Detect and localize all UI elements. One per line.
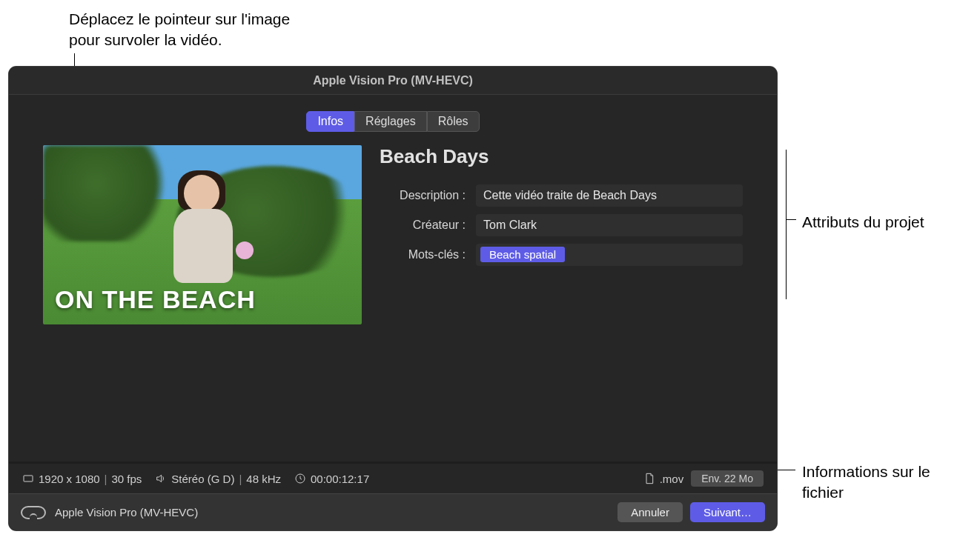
status-extension: .mov xyxy=(660,473,684,485)
callout-line xyxy=(786,219,796,220)
tab-info[interactable]: Infos xyxy=(306,111,354,132)
separator: | xyxy=(105,473,107,485)
status-sample-rate: 48 kHz xyxy=(246,473,281,485)
speaker-icon xyxy=(155,473,167,484)
content-area: Infos Réglages Rôles ON THE BEACH Beach … xyxy=(9,95,777,461)
tab-settings[interactable]: Réglages xyxy=(354,111,427,132)
input-creator[interactable]: Tom Clark xyxy=(476,214,743,236)
project-attributes: Beach Days Description : Cette vidéo tra… xyxy=(380,145,743,324)
status-audio: Stéréo (G D) xyxy=(171,473,234,485)
cancel-button[interactable]: Annuler xyxy=(618,502,683,522)
tab-roles[interactable]: Rôles xyxy=(427,111,480,132)
project-title: Beach Days xyxy=(380,145,743,168)
label-creator: Créateur : xyxy=(380,219,476,232)
status-fps: 30 fps xyxy=(111,473,142,485)
status-resolution: 1920 x 1080 xyxy=(39,473,100,485)
clock-icon xyxy=(294,473,306,484)
callout-attributes: Attributs du projet xyxy=(802,212,973,233)
video-thumbnail[interactable]: ON THE BEACH xyxy=(43,145,362,324)
input-keywords[interactable]: Beach spatial xyxy=(476,244,743,266)
footer-preset-label: Apple Vision Pro (MV-HEVC) xyxy=(55,506,198,519)
attr-row-keywords: Mots-clés : Beach spatial xyxy=(380,244,743,266)
window-title: Apple Vision Pro (MV-HEVC) xyxy=(9,67,777,95)
vision-pro-icon xyxy=(21,506,46,519)
callout-line xyxy=(786,150,787,299)
label-description: Description : xyxy=(380,189,476,202)
status-bar: 1920 x 1080 | 30 fps Stéréo (G D) | 48 k… xyxy=(9,464,777,493)
export-window: Apple Vision Pro (MV-HEVC) Infos Réglage… xyxy=(9,67,777,530)
thumbnail-overlay-text: ON THE BEACH xyxy=(55,285,256,314)
keyword-token[interactable]: Beach spatial xyxy=(480,247,565,262)
callout-file-info: Informations sur le fichier xyxy=(802,461,973,504)
status-duration: 00:00:12:17 xyxy=(311,473,369,485)
thumbnail-decor xyxy=(236,241,254,259)
input-description[interactable]: Cette vidéo traite de Beach Days xyxy=(476,184,743,207)
status-filesize: Env. 22 Mo xyxy=(691,470,764,487)
separator: | xyxy=(239,473,242,485)
attr-row-description: Description : Cette vidéo traite de Beac… xyxy=(380,184,743,207)
label-keywords: Mots-clés : xyxy=(380,248,476,261)
footer-bar: Apple Vision Pro (MV-HEVC) Annuler Suiva… xyxy=(9,493,777,530)
svg-rect-0 xyxy=(24,476,33,481)
callout-hover-hint: Déplacez le pointeur sur l'image pour su… xyxy=(69,9,321,51)
file-icon xyxy=(643,473,655,484)
attr-row-creator: Créateur : Tom Clark xyxy=(380,214,743,236)
tabs: Infos Réglages Rôles xyxy=(21,111,765,132)
resolution-icon xyxy=(22,473,34,484)
next-button[interactable]: Suivant… xyxy=(690,502,765,522)
